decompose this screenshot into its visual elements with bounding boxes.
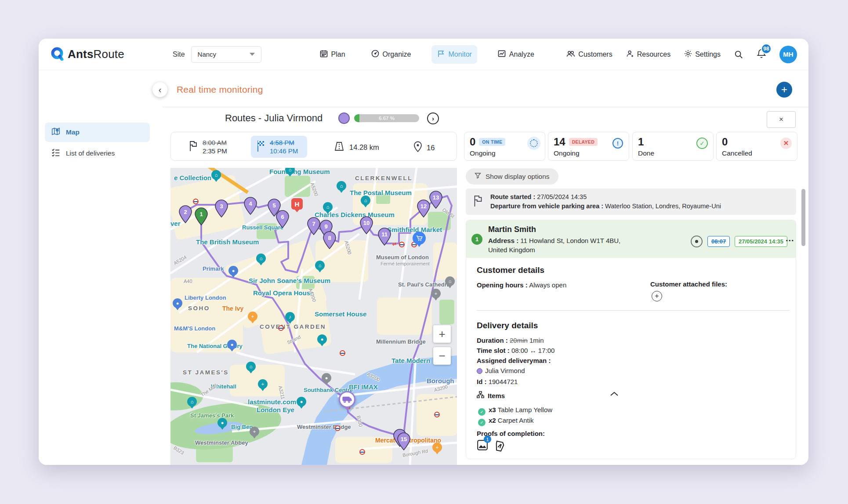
main-window: AntsRoute Site Nancy Plan Organize Monit… [39,39,808,465]
route-next-button[interactable]: › [427,112,439,124]
nav-settings[interactable]: Settings [684,49,721,60]
info-icon: ! [611,137,624,150]
route-stop-pin-4[interactable]: 4 [244,197,257,217]
sidebar-item-map[interactable]: Map [45,123,150,142]
show-display-options-button[interactable]: Show display options [466,168,558,185]
map-icon [51,127,61,138]
map-poi-pin: ● [297,397,306,406]
zoom-in-button[interactable]: + [433,325,451,343]
departure-value: Waterloo Station, Londres, Royaume-Uni [605,203,721,210]
site-selector-group: Site Nancy [173,46,261,63]
items-icon [477,391,484,400]
road-icon [333,141,345,153]
sidebar-item-map-label: Map [66,128,80,136]
route-stop-pin-11[interactable]: 11 [378,228,391,247]
route-stop-pin-7[interactable]: 7 [307,217,320,237]
nav-customers[interactable]: Customers [566,49,612,60]
route-map[interactable]: e CollectionFoundling MuseumCLERKENWELLT… [170,168,457,465]
map-poi-pin [413,232,426,245]
distance-value: 14.28 km [349,143,379,152]
route-stop-pin-12[interactable]: 12 [417,199,430,219]
collapse-items-chevron[interactable] [610,390,619,398]
stat-stops: 16 [413,141,435,154]
app-logo[interactable]: AntsRoute [50,47,124,62]
underground-roundel-icon [335,425,341,431]
site-label: Site [173,51,185,58]
vehicle-marker[interactable] [339,391,355,408]
route-stop-pin-2[interactable]: 2 [179,205,192,225]
tab-analyze-label: Analyze [509,51,534,58]
back-button[interactable]: ‹ [152,82,167,97]
planned-end: 4:58 PM [270,138,298,147]
actual-time-chip[interactable]: 27/05/2024 14:35 [735,236,787,247]
map-poi-pin: + [432,442,442,452]
route-stop-pin-15[interactable]: 15 [397,432,410,452]
tab-organize[interactable]: Organize [366,45,417,64]
stat-distance: 14.28 km [333,141,379,153]
site-select-value: Nancy [198,51,217,58]
route-stop-pin-6[interactable]: 6 [276,210,289,230]
underground-roundel-icon [278,325,284,331]
map-label: A3211 [278,385,286,400]
add-route-button[interactable]: + [776,82,792,98]
map-poi-pin: ⌂ [187,397,197,406]
tab-monitor[interactable]: Monitor [431,45,477,64]
tab-organize-label: Organize [383,51,411,58]
deliveryman-value: Julia Virmond [485,367,525,374]
nav-resources-label: Resources [637,51,670,58]
map-poi-pin: ● [317,334,327,344]
signature-proof-icon[interactable] [493,440,505,454]
panel-scrollbar[interactable] [801,189,805,246]
cancelled-label: Cancelled [722,149,792,157]
nav-resources[interactable]: Resources [626,49,670,60]
sidebar-item-deliveries[interactable]: List of deliveries [45,144,150,163]
map-poi-pin: ● [217,418,227,428]
route-stop-pin-8[interactable]: 8 [323,231,336,251]
locate-stop-icon[interactable] [691,236,703,247]
route-stop-pin-1[interactable]: 1 [195,207,208,227]
delayed-badge: DELAYED [569,138,598,146]
route-stop-pin-3[interactable]: 3 [215,199,228,219]
analyze-chart-icon [497,49,506,60]
resources-icon [626,49,634,60]
gear-icon [684,49,692,60]
cancel-circle-icon: ✕ [779,137,793,150]
planned-time-chip[interactable]: 08:07 [707,236,730,247]
tab-plan[interactable]: Plan [314,45,351,64]
add-file-button[interactable]: + [652,291,662,301]
map-label: lastminute.com [248,398,296,406]
route-stop-pin-10[interactable]: 10 [360,216,373,236]
stat-start-time: 8:00 AM2:35 PM [188,138,227,155]
route-stop-pin-13[interactable]: 13 [429,191,442,210]
route-info-box: Route started : 27/05/2024 14:35 Departu… [466,189,796,215]
svg-text:13: 13 [433,194,439,201]
map-label: A5200 [344,240,352,255]
zoom-out-button[interactable]: − [433,347,451,365]
route-progress-label: 6.67 % [354,114,419,122]
map-label: Foundling Museum [269,168,330,175]
more-options-button[interactable]: ... [786,233,794,243]
map-label: Strand [286,334,301,345]
close-panel-button[interactable]: × [767,111,796,128]
map-poi-pin: ● [228,266,238,276]
timeslot-value: 08:00 ↔ 17:00 [511,347,554,354]
route-color-dot [338,112,350,124]
flag-icon [188,140,198,153]
map-label: Fermé temporairement [381,261,430,266]
user-avatar[interactable]: MH [779,46,797,63]
route-progress-bar: 6.67 % [354,114,419,122]
ontime-badge: ON TIME [479,138,505,146]
check-circle-icon: ✓ [696,137,709,150]
tab-analyze[interactable]: Analyze [492,45,540,64]
map-label: Westminster Bridge [297,424,351,430]
status-card-cancelled: 0 Cancelled ✕ [716,132,797,161]
map-label: Borough [427,377,454,384]
map-label: A40 [184,279,192,284]
notifications-bell[interactable]: 98 [757,48,766,61]
map-poi-pin: ⌂ [246,362,256,371]
site-select[interactable]: Nancy [191,46,261,63]
duration-new-value: 1min [529,337,544,344]
map-label: B323 [173,445,185,456]
cancelled-count: 0 [722,136,728,148]
search-icon[interactable] [734,50,743,59]
